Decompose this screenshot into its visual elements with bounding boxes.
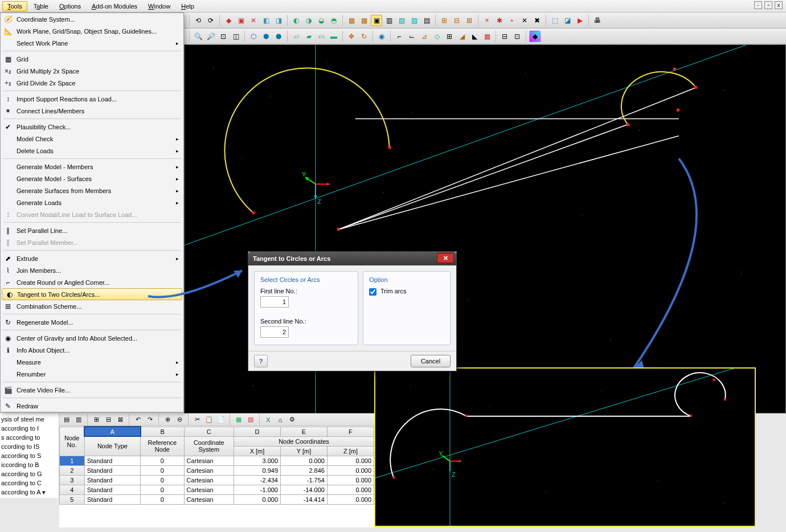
- zoom-fit-icon[interactable]: ⊡: [218, 31, 229, 42]
- table-row[interactable]: 5Standard0Cartesian0.000-14.4140.000: [60, 494, 374, 504]
- menu-item[interactable]: ✶Connect Lines/Members: [1, 105, 183, 117]
- menu-item[interactable]: ✎Redraw: [1, 400, 183, 412]
- menu-item[interactable]: Measure▸: [1, 356, 183, 368]
- menu-item[interactable]: ⌇Join Members...: [1, 264, 183, 276]
- render-icon[interactable]: ▩: [358, 15, 370, 26]
- table-row[interactable]: 1Standard0Cartesian3.0000.0000.000: [60, 456, 374, 465]
- view-iso-icon[interactable]: ⬡: [248, 31, 259, 42]
- tool-icon[interactable]: ◓: [328, 15, 339, 26]
- view-xy-icon[interactable]: ▱: [290, 31, 302, 42]
- menu-item[interactable]: ✔Plausibility Check...: [1, 121, 183, 133]
- tbl-icon[interactable]: ⊕: [162, 415, 173, 425]
- tbl-icon[interactable]: ▥: [73, 415, 84, 425]
- measure-icon[interactable]: ×: [481, 15, 493, 26]
- render-icon[interactable]: ▧: [396, 15, 407, 26]
- window-restore-icon[interactable]: ▫: [764, 1, 772, 9]
- menu-item[interactable]: 🎬Create Video File...: [1, 384, 183, 396]
- menu-item[interactable]: ⌐Create Round or Angled Corner...: [1, 276, 183, 288]
- zoom-icon[interactable]: 🔎: [205, 31, 216, 42]
- zoom-icon[interactable]: 🔍: [193, 31, 204, 42]
- window-minimize-icon[interactable]: -: [754, 1, 762, 9]
- tbl-icon[interactable]: ⌂: [275, 415, 285, 425]
- ext-icon[interactable]: ◇: [431, 31, 443, 42]
- menu-item[interactable]: Generate Surfaces from Members▸: [1, 185, 183, 197]
- inset-viewport[interactable]: Y Z: [374, 367, 756, 527]
- ext-icon[interactable]: ⊡: [511, 31, 523, 42]
- menu-item[interactable]: 🧭Coordinate System...: [1, 13, 183, 25]
- tbl-icon[interactable]: ▦: [234, 415, 244, 425]
- layers-icon[interactable]: ◪: [562, 15, 573, 26]
- menu-window[interactable]: Window: [144, 2, 175, 11]
- ext-icon[interactable]: ◢: [456, 31, 468, 42]
- trim-arcs-checkbox[interactable]: [369, 288, 376, 296]
- tbl-icon[interactable]: ▤: [62, 415, 72, 425]
- view-xz-icon[interactable]: ▭: [316, 31, 327, 42]
- tbl-icon[interactable]: ⊞: [91, 415, 101, 425]
- menu-item[interactable]: Renumber▸: [1, 368, 183, 380]
- menu-item[interactable]: ⬈Extrude▸: [1, 252, 183, 264]
- menu-item[interactable]: Generate Model - Surfaces▸: [1, 173, 183, 185]
- measure-icon[interactable]: ⋆: [506, 15, 518, 26]
- tbl-icon[interactable]: ✂: [192, 415, 202, 425]
- render-icon[interactable]: ▤: [421, 15, 432, 26]
- tbl-icon[interactable]: ⊟: [103, 415, 113, 425]
- menu-item[interactable]: ◉Center of Gravity and Info About Select…: [1, 332, 183, 344]
- menu-item[interactable]: ÷₂Grid Divide 2x Space: [1, 77, 183, 89]
- print-icon[interactable]: 🖶: [592, 15, 603, 26]
- ext-icon[interactable]: ⌙: [406, 31, 417, 42]
- rotate-icon[interactable]: ↻: [358, 31, 370, 42]
- menu-item[interactable]: ↻Regenerate Model...: [1, 316, 183, 328]
- tool-icon[interactable]: ◑: [303, 15, 314, 26]
- tool-icon[interactable]: ◒: [316, 15, 327, 26]
- snap-icon[interactable]: ⊠: [464, 15, 475, 26]
- menu-item[interactable]: ▦Grid: [1, 53, 183, 65]
- second-line-input[interactable]: [260, 326, 289, 338]
- snap-icon[interactable]: ⊞: [439, 15, 450, 26]
- tbl-icon[interactable]: 📄: [216, 415, 226, 425]
- tbl-icon[interactable]: ⊖: [174, 415, 185, 425]
- render-icon[interactable]: ▦: [346, 15, 357, 26]
- menu-item[interactable]: Delete Loads▸: [1, 145, 183, 157]
- nodes-table[interactable]: Node No.ABCDEFNode TypeReference NodeCoo…: [59, 426, 374, 505]
- ext-icon[interactable]: ⊟: [499, 31, 510, 42]
- render-icon[interactable]: ▣: [371, 15, 382, 26]
- tbl-icon[interactable]: ↷: [145, 415, 155, 425]
- menu-tools[interactable]: Tools: [2, 1, 27, 11]
- view-iso-icon[interactable]: ⬢: [260, 31, 272, 42]
- view-yz-icon[interactable]: ▰: [303, 31, 314, 42]
- tbl-icon[interactable]: ⊠: [115, 415, 125, 425]
- menu-item[interactable]: ◐Tangent to Two Circles/Arcs...: [2, 288, 182, 300]
- dialog-close-icon[interactable]: ✕: [437, 253, 454, 263]
- render-mode-icon[interactable]: ◉: [376, 31, 387, 42]
- layers-icon[interactable]: ⬚: [549, 15, 560, 26]
- menu-item[interactable]: ℹInfo About Object...: [1, 344, 183, 356]
- tbl-icon[interactable]: ⚙: [287, 415, 297, 425]
- menu-item[interactable]: Generate Loads▸: [1, 197, 183, 208]
- tbl-icon[interactable]: ↶: [133, 415, 143, 425]
- menu-item[interactable]: Generate Model - Members▸: [1, 161, 183, 173]
- menu-help[interactable]: Help: [177, 2, 199, 11]
- menu-addon-modules[interactable]: Add-on Modules: [87, 2, 142, 11]
- measure-icon[interactable]: ✕: [519, 15, 530, 26]
- measure-icon[interactable]: ✖: [531, 15, 543, 26]
- menu-options[interactable]: Options: [55, 2, 85, 11]
- trim-arcs-label[interactable]: Trim arcs: [369, 288, 444, 296]
- window-close-icon[interactable]: x: [775, 1, 783, 9]
- cancel-button[interactable]: Cancel: [411, 355, 451, 367]
- table-row[interactable]: 3Standard0Cartesian-2.434-1.7540.000: [60, 475, 374, 485]
- dialog-title[interactable]: Tangent to Circles or Arcs ✕: [248, 252, 456, 265]
- flag-icon[interactable]: ▶: [574, 15, 586, 26]
- color-icon[interactable]: ◆: [529, 31, 541, 42]
- menu-item[interactable]: ↕Import Support Reactions as Load...: [1, 93, 183, 105]
- view-icon[interactable]: ▬: [328, 31, 339, 42]
- excel-icon[interactable]: X: [263, 415, 273, 425]
- ext-icon[interactable]: ⊞: [444, 31, 455, 42]
- tool-icon[interactable]: ◧: [260, 15, 272, 26]
- tool-icon[interactable]: ◐: [290, 15, 302, 26]
- menu-table[interactable]: Table: [29, 2, 53, 11]
- nav-back-icon[interactable]: ⟲: [193, 15, 204, 26]
- menu-item[interactable]: Select Work Plane▸: [1, 37, 183, 49]
- first-line-input[interactable]: [260, 296, 289, 308]
- render-icon[interactable]: ▨: [408, 15, 420, 26]
- tbl-icon[interactable]: 📋: [204, 415, 214, 425]
